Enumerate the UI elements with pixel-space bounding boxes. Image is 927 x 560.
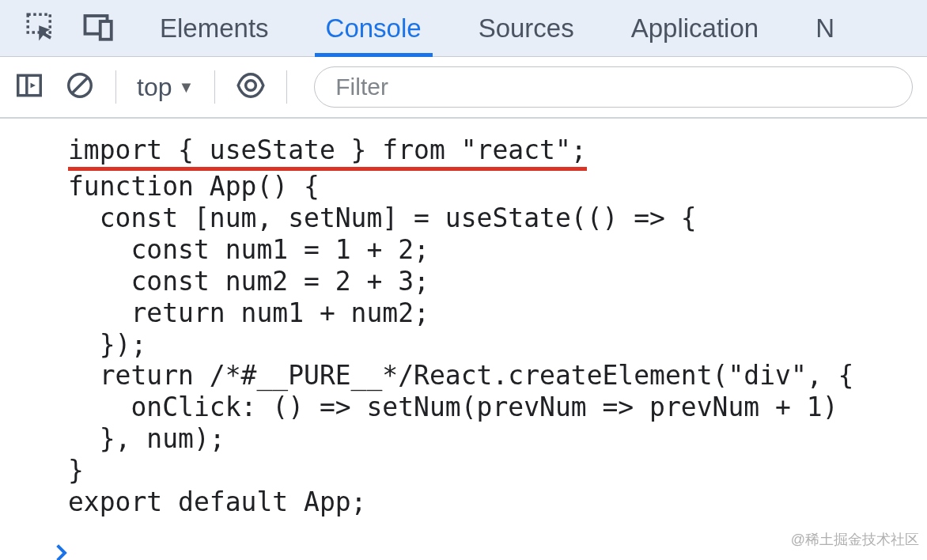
context-label: top (137, 73, 172, 102)
chevron-down-icon: ▼ (178, 78, 194, 96)
watermark: @稀土掘金技术社区 (791, 530, 919, 549)
svg-line-6 (73, 78, 88, 93)
console-body: import { useState } from "react"; functi… (0, 119, 927, 560)
tab-label: Console (326, 13, 422, 44)
svg-rect-3 (18, 75, 41, 95)
code-line-11: } (68, 455, 84, 486)
clear-console-icon[interactable] (65, 70, 95, 104)
toggle-sidebar-icon[interactable] (14, 70, 44, 104)
tab-application[interactable]: Application (603, 0, 787, 56)
code-line-1: import { useState } from "react"; (68, 134, 587, 171)
live-expression-icon[interactable] (236, 70, 266, 104)
divider (214, 70, 215, 104)
devtools-tabbar: Elements Console Sources Application N (0, 0, 927, 57)
chevron-right-icon (54, 542, 70, 560)
inspect-element-icon[interactable] (24, 10, 57, 47)
tabbar-icons (0, 10, 131, 47)
code-line-10: }, num); (68, 423, 225, 454)
tab-elements[interactable]: Elements (131, 0, 297, 56)
filter-container (314, 66, 913, 108)
tab-label: Application (631, 13, 759, 44)
tabs: Elements Console Sources Application N (131, 0, 863, 56)
console-output: import { useState } from "react"; functi… (25, 134, 927, 518)
svg-rect-2 (100, 21, 112, 40)
code-line-3: const [num, setNum] = useState(() => { (68, 202, 697, 233)
code-line-7: }); (68, 329, 146, 360)
filter-input[interactable] (314, 66, 913, 108)
tab-label: Sources (479, 13, 574, 44)
tab-label: N (815, 13, 834, 44)
tab-console[interactable]: Console (297, 0, 450, 56)
code-line-4: const num1 = 1 + 2; (68, 234, 429, 265)
device-toolbar-icon[interactable] (82, 10, 115, 47)
code-line-2: function App() { (68, 171, 320, 202)
context-selector[interactable]: top ▼ (137, 73, 194, 102)
code-line-8: return /*#__PURE__*/React.createElement(… (68, 360, 853, 391)
divider (115, 70, 116, 104)
code-line-5: const num2 = 2 + 3; (68, 266, 429, 297)
tab-label: Elements (160, 13, 269, 44)
tab-overflow-partial[interactable]: N (787, 0, 863, 56)
tab-sources[interactable]: Sources (450, 0, 603, 56)
svg-point-7 (246, 81, 256, 91)
code-line-9: onClick: () => setNum(prevNum => prevNum… (68, 392, 838, 422)
divider (286, 70, 287, 104)
console-toolbar: top ▼ (0, 57, 927, 119)
code-line-12: export default App; (68, 486, 367, 517)
code-line-6: return num1 + num2; (68, 297, 429, 328)
